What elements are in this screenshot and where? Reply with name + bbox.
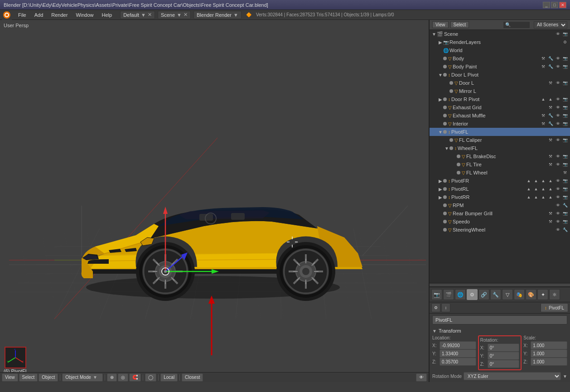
drp-t2[interactable]: ▲ (547, 96, 554, 102)
prl-render[interactable]: 📷 (562, 186, 568, 192)
menu-add[interactable]: Add (31, 11, 47, 19)
tree-item-bodypaint[interactable]: ▽ Body Paint ⚒ 🔧 👁 📷 (430, 63, 570, 71)
loc-y-input[interactable] (440, 349, 476, 358)
bp-render[interactable]: 📷 (562, 63, 568, 70)
prop-constraints-btn[interactable]: 🔗 (478, 289, 489, 300)
tree-item-pivotrl[interactable]: ▶ ↕ PivotRL ▲ ▲ ▲ ▲ 👁 📷 (430, 185, 570, 193)
scenes-dropdown[interactable]: All Scenes (534, 21, 567, 29)
prop-object-btn[interactable]: ⚙ (467, 289, 478, 300)
int-t1[interactable]: ⚒ (540, 121, 546, 127)
scene-close-icon[interactable]: ✕ (184, 12, 188, 18)
tree-item-speedo[interactable]: ▽ Speedo ⚒ 👁 📷 (430, 218, 570, 226)
flc-eye[interactable]: 👁 (555, 137, 561, 143)
tree-item-pivotrr[interactable]: ▶ ↕ PivotRR ▲ ▲ ▲ ▲ 👁 📷 (430, 193, 570, 201)
prop-physics-btn[interactable]: ⚛ (549, 289, 560, 300)
viewport-view-btn[interactable]: View (2, 373, 18, 382)
dl-eye[interactable]: 👁 (555, 80, 561, 86)
bp-eye[interactable]: 👁 (555, 63, 561, 70)
int-render[interactable]: 📷 (562, 121, 568, 127)
viewport-object-btn[interactable]: Object (39, 373, 58, 382)
flc-render[interactable]: 📷 (562, 137, 568, 143)
tree-item-flbrakedisc[interactable]: ▽ FL BrakeDisc ⚒ 👁 📷 (430, 152, 570, 160)
pfr-t1[interactable]: ▲ (526, 178, 532, 184)
eg-render[interactable]: 📷 (562, 104, 568, 111)
prop-material-btn[interactable]: 🎭 (514, 289, 525, 300)
em-render[interactable]: 📷 (562, 112, 568, 119)
prr-render[interactable]: 📷 (562, 194, 568, 200)
drp-t1[interactable]: ▲ (540, 96, 546, 102)
flt-eye[interactable]: 👁 (555, 161, 561, 168)
close-button[interactable]: ✕ (559, 2, 566, 8)
flt-render[interactable]: 📷 (562, 161, 568, 168)
prop-sub2[interactable]: ↕ (441, 303, 450, 312)
body-render[interactable]: 📷 (562, 55, 568, 62)
spd-t1[interactable]: ⚒ (547, 218, 554, 225)
scene-selector[interactable]: Scene ▼ ✕ (158, 11, 191, 19)
scale-x-input[interactable] (531, 341, 567, 349)
snap-type-btn[interactable]: Closest (182, 373, 203, 382)
tree-item-steeringwheel[interactable]: ▽ SteeringWheel 👁 🔧 (430, 226, 570, 234)
prl-t4[interactable]: ▲ (547, 186, 554, 192)
prop-texture-btn[interactable]: 🎨 (526, 289, 536, 300)
dl-tool1[interactable]: ⚒ (547, 80, 554, 86)
outliner-view-btn[interactable]: View (432, 21, 449, 28)
menu-window[interactable]: Window (72, 11, 97, 19)
viewport-select-btn[interactable]: Select (19, 373, 38, 382)
sw-render[interactable]: 🔧 (562, 227, 568, 233)
global-transform-btn[interactable]: ⊕ (107, 373, 117, 382)
tree-item-mirrorl[interactable]: ▽ Mirror L (430, 87, 570, 95)
rpm-eye[interactable]: 👁 (555, 202, 561, 208)
flw-t1[interactable]: ⚒ (562, 169, 568, 176)
tree-item-wheelfl[interactable]: ▼ ↕ WheelFL (430, 144, 570, 152)
tree-item-body[interactable]: ▽ Body ⚒ 🔧 👁 📷 (430, 54, 570, 63)
drp-eye[interactable]: 👁 (555, 96, 561, 102)
prop-render-btn[interactable]: 📷 (431, 289, 442, 300)
prop-modifier-btn[interactable]: 🔧 (490, 289, 501, 300)
outliner-tree[interactable]: ▼ 🎬 Scene 👁 📷 ▶ 📷 RenderLayers ⚙ (430, 30, 570, 283)
snap-btn[interactable]: 🧲 (129, 373, 141, 382)
prl-eye[interactable]: 👁 (555, 186, 561, 192)
spd-eye[interactable]: 👁 (555, 218, 561, 225)
rot-x-input[interactable] (488, 344, 520, 352)
prl-t1[interactable]: ▲ (526, 186, 532, 192)
proportional-btn[interactable]: ◯ (145, 373, 156, 382)
em-t2[interactable]: 🔧 (547, 112, 554, 119)
prl-t2[interactable]: ▲ (533, 186, 539, 192)
layout-close-icon[interactable]: ✕ (148, 12, 152, 18)
tree-item-renderlayers[interactable]: ▶ 📷 RenderLayers ⚙ (430, 38, 570, 46)
scale-z-input[interactable] (531, 358, 567, 366)
flc-t1[interactable]: ⚒ (547, 137, 554, 143)
tree-item-flwheel[interactable]: ▽ FL Wheel ⚒ (430, 169, 570, 177)
prop-sub1[interactable]: ⚙ (431, 303, 440, 312)
menu-render[interactable]: Render (48, 11, 71, 19)
tree-item-exhaustmuffle[interactable]: ▽ Exhaust Muffle ⚒ 🔧 👁 📷 (430, 111, 570, 120)
visibility-icon[interactable]: 👁 (555, 31, 561, 37)
int-eye[interactable]: 👁 (555, 121, 561, 127)
viewport-3d[interactable]: User Persp (0, 20, 430, 382)
flbd-eye[interactable]: 👁 (555, 153, 561, 160)
tree-item-pivotfr[interactable]: ▶ ↕ PivotFR ▲ ▲ ▲ ▲ 👁 📷 (430, 177, 570, 185)
rbg-render[interactable]: 📷 (562, 210, 568, 217)
menu-file[interactable]: File (14, 11, 30, 19)
maximize-button[interactable]: □ (551, 2, 558, 8)
pfr-t2[interactable]: ▲ (533, 178, 539, 184)
rpm-render[interactable]: 🔧 (562, 202, 568, 208)
tree-item-doorlpivot[interactable]: ▼ ↕ Door L Pivot (430, 71, 570, 79)
minimize-button[interactable]: _ (543, 2, 550, 8)
render-engine-selector[interactable]: Blender Render ▼ (193, 11, 242, 19)
rot-z-input[interactable] (488, 360, 520, 368)
outliner-scrollbar[interactable] (430, 283, 570, 286)
mode-btn[interactable]: Object Mode ▼ (62, 373, 103, 382)
em-eye[interactable]: 👁 (555, 112, 561, 119)
prop-world-btn[interactable]: 🌐 (455, 289, 466, 300)
prr-t1[interactable]: ▲ (526, 194, 532, 200)
tree-item-fltire[interactable]: ▽ FL Tire ⚒ 👁 📷 (430, 160, 570, 169)
eg-t1[interactable]: ⚒ (547, 104, 554, 111)
prop-data-btn[interactable]: ▽ (502, 289, 513, 300)
tree-item-pivotfl[interactable]: ▼ ↕ PivotFL (430, 128, 570, 136)
tree-item-exhaustgrid[interactable]: ▽ Exhaust Grid ⚒ 👁 📷 (430, 103, 570, 111)
loc-z-input[interactable] (440, 358, 476, 366)
sw-eye[interactable]: 👁 (555, 227, 561, 233)
drp-render[interactable]: 📷 (562, 96, 568, 102)
tree-item-flcaliper[interactable]: ▽ FL Caliper ⚒ 👁 📷 (430, 136, 570, 144)
